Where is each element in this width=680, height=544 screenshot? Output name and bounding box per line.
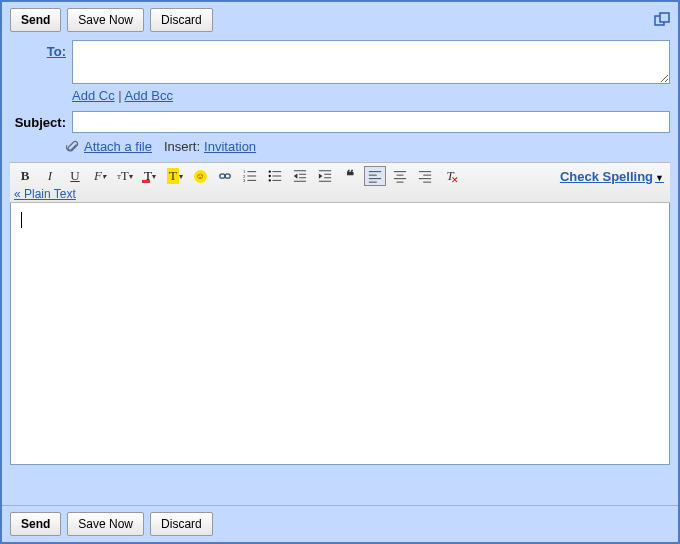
text-color-button[interactable]: T▾	[139, 166, 161, 186]
top-toolbar: Send Save Now Discard	[2, 2, 678, 38]
quote-button[interactable]: ❝	[339, 166, 361, 186]
indent-less-button[interactable]	[289, 166, 311, 186]
font-size-button[interactable]: тT▾	[114, 166, 136, 186]
bold-button[interactable]: B	[14, 166, 36, 186]
attach-row: Attach a file Insert: Invitation	[2, 135, 678, 162]
align-right-button[interactable]	[414, 166, 436, 186]
cc-bcc-separator: |	[115, 88, 125, 103]
to-label[interactable]: To:	[2, 40, 72, 59]
svg-point-11	[269, 175, 271, 177]
format-toolbar: B I U F▾ тT▾ T▾ T▾ ☺ 123 ❝ T✕ Check Spel…	[10, 162, 670, 203]
svg-marker-20	[294, 173, 298, 178]
bulleted-list-button[interactable]	[264, 166, 286, 186]
send-button-bottom[interactable]: Send	[10, 512, 61, 536]
numbered-list-button[interactable]: 123	[239, 166, 261, 186]
cursor-icon	[21, 212, 22, 228]
subject-label: Subject:	[2, 111, 72, 130]
highlight-button[interactable]: T▾	[164, 166, 186, 186]
paperclip-icon	[66, 140, 80, 154]
add-bcc-link[interactable]: Add Bcc	[125, 88, 173, 103]
svg-point-2	[220, 174, 225, 178]
insert-label: Insert:	[164, 139, 200, 154]
align-left-button[interactable]	[364, 166, 386, 186]
subject-row: Subject:	[2, 109, 678, 135]
check-spelling-link[interactable]: Check Spelling▼	[560, 169, 666, 184]
svg-marker-25	[319, 173, 323, 178]
subject-input[interactable]	[72, 111, 670, 133]
attach-file-link[interactable]: Attach a file	[84, 139, 152, 154]
bottom-toolbar: Send Save Now Discard	[2, 505, 678, 542]
invitation-link[interactable]: Invitation	[204, 139, 256, 154]
italic-button[interactable]: I	[39, 166, 61, 186]
plain-text-row: « Plain Text	[14, 187, 666, 201]
to-input[interactable]	[72, 40, 670, 84]
cc-bcc-row: Add Cc | Add Bcc	[2, 86, 678, 109]
align-center-button[interactable]	[389, 166, 411, 186]
plain-text-link[interactable]: « Plain Text	[14, 187, 76, 201]
message-body[interactable]	[10, 203, 670, 465]
popout-icon[interactable]	[654, 12, 670, 28]
discard-button[interactable]: Discard	[150, 8, 213, 32]
save-now-button[interactable]: Save Now	[67, 8, 144, 32]
link-button[interactable]	[214, 166, 236, 186]
send-button[interactable]: Send	[10, 8, 61, 32]
remove-formatting-button[interactable]: T✕	[439, 166, 461, 186]
svg-text:3: 3	[243, 178, 246, 183]
add-cc-link[interactable]: Add Cc	[72, 88, 115, 103]
emoji-button[interactable]: ☺	[189, 166, 211, 186]
svg-rect-1	[660, 13, 669, 22]
font-family-button[interactable]: F▾	[89, 166, 111, 186]
to-row: To:	[2, 38, 678, 86]
svg-point-10	[269, 170, 271, 172]
indent-more-button[interactable]	[314, 166, 336, 186]
save-now-button-bottom[interactable]: Save Now	[67, 512, 144, 536]
discard-button-bottom[interactable]: Discard	[150, 512, 213, 536]
svg-point-3	[225, 174, 230, 178]
underline-button[interactable]: U	[64, 166, 86, 186]
svg-point-12	[269, 179, 271, 181]
